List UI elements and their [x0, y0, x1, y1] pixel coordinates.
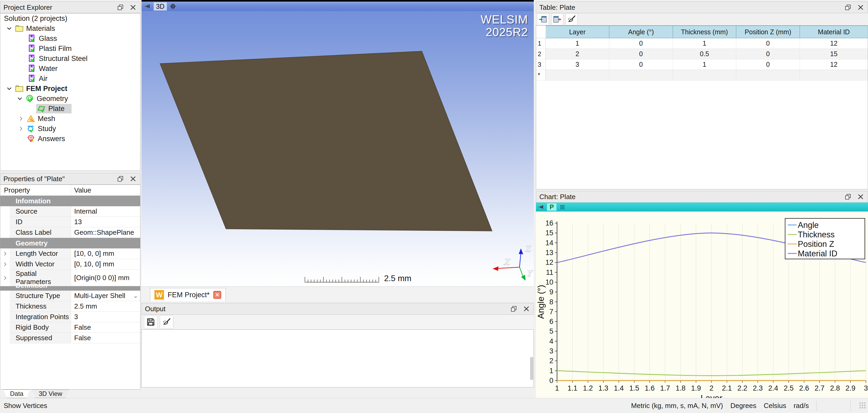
resize-grip-icon[interactable]	[860, 403, 866, 409]
close-panel-button[interactable]	[522, 305, 530, 313]
table-column-header[interactable]: Thickness (mm)	[673, 26, 736, 38]
chevron-down-icon[interactable]	[4, 85, 14, 93]
dropdown-chevron-icon[interactable]: ⌄	[133, 292, 138, 299]
viewport-canvas[interactable]: ZXY WELSIM 2025R2 2.5 mm	[142, 11, 534, 287]
table-cell[interactable]: 1	[673, 38, 736, 49]
table-row[interactable]: 1101012	[536, 38, 868, 49]
crosshair-icon[interactable]	[169, 3, 176, 10]
table-cell[interactable]: 2	[546, 49, 609, 59]
close-panel-button[interactable]	[129, 3, 137, 11]
export-table-button[interactable]	[551, 13, 563, 25]
tree-item-plate[interactable]: Plate	[0, 104, 140, 114]
float-panel-button[interactable]	[117, 3, 124, 11]
table-cell[interactable]: 12	[800, 38, 868, 49]
property-value[interactable]: [0, 10, 0] mm	[71, 259, 140, 270]
property-value[interactable]: Internal	[71, 206, 140, 217]
document-tab-fem-project[interactable]: W FEM Project* ✕	[150, 288, 226, 302]
tree-item-water[interactable]: Water	[0, 64, 140, 74]
float-panel-button[interactable]	[510, 305, 518, 313]
grid-icon[interactable]	[559, 204, 565, 210]
status-bar: Show Vertices Metric (kg, mm, s, mA, N, …	[0, 398, 868, 413]
tree-item-geometry[interactable]: Geometry	[0, 94, 140, 104]
table-column-header[interactable]: Position Z (mm)	[736, 26, 800, 38]
property-value-text: Internal	[74, 207, 97, 215]
table-cell[interactable]: 15	[800, 49, 868, 59]
clear-table-button[interactable]	[565, 13, 578, 25]
x-tick-label: 2.3	[753, 384, 763, 392]
table-cell[interactable]: 1	[546, 38, 609, 49]
tree-item-solution-2-projects-[interactable]: Solution (2 projects)	[0, 13, 140, 24]
save-output-button[interactable]	[144, 315, 158, 329]
pin-icon[interactable]	[144, 3, 151, 10]
x-tick-label: 2.9	[845, 384, 856, 392]
table-cell[interactable]: 0	[736, 38, 800, 49]
table-column-header[interactable]: Angle (°)	[609, 26, 673, 38]
tree-item-answers[interactable]: Answers	[0, 134, 140, 144]
table-cell[interactable]: 0	[609, 38, 673, 49]
expander-icon[interactable]	[0, 259, 10, 270]
close-panel-button[interactable]	[857, 3, 865, 11]
view-tab-data[interactable]: Data	[3, 389, 30, 398]
view-tab-3d-view[interactable]: 3D View	[32, 389, 69, 398]
chevron-down-icon[interactable]	[15, 95, 25, 103]
property-value[interactable]: 2.5 mm	[71, 301, 140, 312]
table-cell[interactable]	[800, 70, 868, 80]
float-panel-button[interactable]	[117, 175, 124, 183]
tab-close-icon[interactable]: ✕	[213, 291, 221, 299]
property-value[interactable]: 13	[71, 217, 140, 227]
tree-item-glass[interactable]: Glass	[0, 34, 140, 43]
property-value[interactable]: False	[71, 333, 140, 343]
property-value[interactable]: [10, 0, 0] mm	[71, 248, 140, 259]
chevron-down-icon[interactable]	[4, 25, 14, 32]
close-panel-button[interactable]	[129, 175, 137, 183]
output-scrollbar[interactable]	[530, 357, 533, 380]
table-cell[interactable]: 0.5	[673, 49, 736, 59]
expander-icon[interactable]	[0, 270, 10, 286]
import-table-button[interactable]	[537, 13, 549, 25]
expander-icon[interactable]	[0, 248, 10, 259]
table-cell[interactable]: 1	[673, 59, 736, 70]
float-panel-button[interactable]	[844, 193, 852, 201]
clear-output-button[interactable]	[160, 315, 174, 329]
table-row[interactable]: 2200.5015	[536, 49, 868, 59]
float-panel-button[interactable]	[844, 3, 852, 11]
tree-item-study[interactable]: Study	[0, 124, 140, 134]
tree-item-fem-project[interactable]: FEM Project	[0, 83, 140, 94]
property-value[interactable]: Multi-Layer Shell⌄	[71, 290, 140, 301]
table-cell[interactable]: 3	[546, 59, 609, 70]
property-value[interactable]: False	[71, 322, 140, 333]
row-gutter	[0, 206, 10, 217]
chevron-right-icon[interactable]	[16, 115, 26, 123]
close-panel-button[interactable]	[857, 193, 865, 201]
table-cell[interactable]	[673, 70, 736, 80]
property-value[interactable]: Geom::ShapePlane	[71, 227, 140, 238]
table-cell[interactable]	[609, 70, 673, 80]
table-cell[interactable]: 0	[609, 49, 673, 59]
table-cell[interactable]	[546, 70, 609, 80]
tree-item-mesh[interactable]: Mesh	[0, 114, 140, 124]
table-row[interactable]: 3301012	[536, 59, 868, 70]
table-cell[interactable]: 0	[736, 49, 800, 59]
axis-x	[497, 267, 520, 269]
table-column-header[interactable]: Layer	[546, 26, 609, 38]
table-cell[interactable]: 12	[800, 59, 868, 70]
table-row[interactable]: *	[536, 70, 868, 80]
table-cell[interactable]: 0	[609, 59, 673, 70]
tree-item-materials[interactable]: Materials	[0, 24, 140, 34]
tree-item-air[interactable]: Air	[0, 74, 140, 83]
property-value[interactable]: 3	[71, 312, 140, 322]
table-column-header[interactable]: Material ID	[800, 26, 868, 38]
output-content[interactable]	[142, 330, 534, 387]
tree-item-structural-steel[interactable]: Structural Steel	[0, 54, 140, 64]
splitter-right[interactable]	[534, 0, 536, 398]
table-cell[interactable]	[736, 70, 800, 80]
chevron-right-icon[interactable]	[16, 125, 26, 133]
chart-plot-tab[interactable]: P	[547, 203, 557, 211]
properties-panel: Property Value InfomationSourceInternalI…	[0, 184, 141, 389]
pin-icon[interactable]	[538, 204, 544, 210]
tree-item-plasti-film[interactable]: Plasti Film	[0, 43, 140, 54]
viewport-3d-tab[interactable]: 3D	[154, 2, 167, 10]
property-value[interactable]: [Origin(0 0 0)] mm	[71, 270, 140, 286]
status-unit: Degrees	[731, 402, 756, 410]
table-cell[interactable]: 0	[736, 59, 800, 70]
